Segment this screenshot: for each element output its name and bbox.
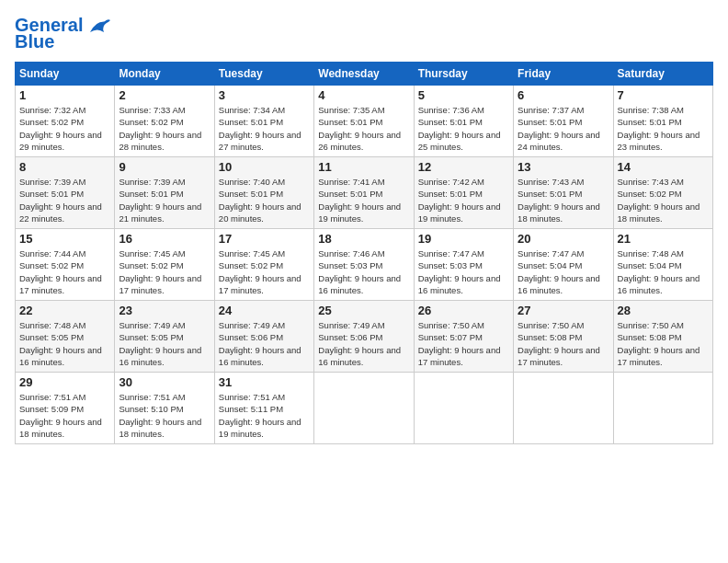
day-number: 24 — [219, 304, 310, 317]
calendar-day-cell: 12 Sunrise: 7:42 AM Sunset: 5:01 PM Dayl… — [414, 157, 513, 229]
day-info: Sunrise: 7:51 AM Sunset: 5:10 PM Dayligh… — [119, 391, 210, 440]
weekday-header-row: SundayMondayTuesdayWednesdayThursdayFrid… — [16, 63, 713, 86]
day-info: Sunrise: 7:40 AM Sunset: 5:01 PM Dayligh… — [219, 176, 310, 224]
day-number: 25 — [318, 304, 409, 317]
day-info: Sunrise: 7:47 AM Sunset: 5:03 PM Dayligh… — [418, 247, 509, 296]
day-info: Sunrise: 7:38 AM Sunset: 5:01 PM Dayligh… — [618, 104, 709, 153]
page-header: General Blue — [15, 15, 713, 52]
calendar-day-cell: 3 Sunrise: 7:34 AM Sunset: 5:01 PM Dayli… — [214, 86, 313, 157]
calendar-day-cell: 14 Sunrise: 7:43 AM Sunset: 5:02 PM Dayl… — [613, 157, 712, 229]
calendar-week-row: 29 Sunrise: 7:51 AM Sunset: 5:09 PM Dayl… — [16, 373, 713, 444]
calendar-day-cell: 28 Sunrise: 7:50 AM Sunset: 5:08 PM Dayl… — [613, 301, 712, 373]
day-info: Sunrise: 7:51 AM Sunset: 5:11 PM Dayligh… — [219, 391, 310, 440]
day-number: 22 — [19, 304, 110, 317]
day-number: 4 — [318, 88, 409, 102]
calendar-day-cell: 19 Sunrise: 7:47 AM Sunset: 5:03 PM Dayl… — [414, 229, 513, 301]
day-number: 12 — [418, 160, 509, 174]
day-number: 1 — [19, 88, 110, 102]
calendar-day-cell: 10 Sunrise: 7:40 AM Sunset: 5:01 PM Dayl… — [214, 157, 313, 229]
day-number: 17 — [219, 232, 310, 246]
day-info: Sunrise: 7:44 AM Sunset: 5:02 PM Dayligh… — [19, 247, 110, 296]
day-number: 14 — [618, 160, 709, 174]
day-number: 6 — [518, 88, 609, 102]
calendar-day-cell: 9 Sunrise: 7:39 AM Sunset: 5:01 PM Dayli… — [115, 157, 214, 229]
day-number: 28 — [618, 304, 709, 317]
weekday-header-monday: Monday — [115, 63, 214, 86]
calendar-day-cell: 15 Sunrise: 7:44 AM Sunset: 5:02 PM Dayl… — [16, 229, 115, 301]
day-info: Sunrise: 7:51 AM Sunset: 5:09 PM Dayligh… — [19, 391, 110, 440]
calendar-day-cell — [314, 373, 414, 444]
day-info: Sunrise: 7:46 AM Sunset: 5:03 PM Dayligh… — [318, 247, 409, 296]
day-number: 2 — [119, 88, 210, 102]
day-number: 26 — [418, 304, 509, 317]
calendar-week-row: 8 Sunrise: 7:39 AM Sunset: 5:01 PM Dayli… — [16, 157, 713, 229]
calendar-day-cell: 22 Sunrise: 7:48 AM Sunset: 5:05 PM Dayl… — [16, 301, 115, 373]
weekday-header-sunday: Sunday — [16, 63, 115, 86]
day-number: 3 — [219, 88, 310, 102]
day-info: Sunrise: 7:43 AM Sunset: 5:01 PM Dayligh… — [518, 176, 609, 224]
calendar-day-cell: 21 Sunrise: 7:48 AM Sunset: 5:04 PM Dayl… — [613, 229, 712, 301]
logo-bird-icon — [88, 18, 110, 35]
day-number: 5 — [418, 88, 509, 102]
weekday-header-tuesday: Tuesday — [214, 63, 313, 86]
calendar-day-cell — [613, 373, 712, 444]
calendar-table: SundayMondayTuesdayWednesdayThursdayFrid… — [15, 62, 713, 444]
day-info: Sunrise: 7:34 AM Sunset: 5:01 PM Dayligh… — [219, 104, 310, 153]
calendar-day-cell: 13 Sunrise: 7:43 AM Sunset: 5:01 PM Dayl… — [514, 157, 613, 229]
calendar-day-cell: 8 Sunrise: 7:39 AM Sunset: 5:01 PM Dayli… — [16, 157, 115, 229]
day-number: 20 — [518, 232, 609, 246]
day-info: Sunrise: 7:50 AM Sunset: 5:08 PM Dayligh… — [518, 319, 609, 368]
day-number: 18 — [318, 232, 409, 246]
weekday-header-friday: Friday — [514, 63, 613, 86]
day-number: 7 — [618, 88, 709, 102]
day-info: Sunrise: 7:45 AM Sunset: 5:02 PM Dayligh… — [119, 247, 210, 296]
day-info: Sunrise: 7:50 AM Sunset: 5:08 PM Dayligh… — [618, 319, 709, 368]
calendar-day-cell — [414, 373, 513, 444]
calendar-day-cell: 2 Sunrise: 7:33 AM Sunset: 5:02 PM Dayli… — [115, 86, 214, 157]
day-info: Sunrise: 7:49 AM Sunset: 5:05 PM Dayligh… — [119, 319, 210, 368]
calendar-day-cell: 25 Sunrise: 7:49 AM Sunset: 5:06 PM Dayl… — [314, 301, 414, 373]
calendar-day-cell: 26 Sunrise: 7:50 AM Sunset: 5:07 PM Dayl… — [414, 301, 513, 373]
calendar-day-cell — [514, 373, 613, 444]
calendar-day-cell: 29 Sunrise: 7:51 AM Sunset: 5:09 PM Dayl… — [16, 373, 115, 444]
page-container: General Blue SundayMondayTuesdayWednesda… — [15, 15, 713, 444]
day-number: 30 — [119, 375, 210, 389]
day-info: Sunrise: 7:48 AM Sunset: 5:04 PM Dayligh… — [618, 247, 709, 296]
day-info: Sunrise: 7:48 AM Sunset: 5:05 PM Dayligh… — [19, 319, 110, 368]
calendar-day-cell: 7 Sunrise: 7:38 AM Sunset: 5:01 PM Dayli… — [613, 86, 712, 157]
calendar-day-cell: 16 Sunrise: 7:45 AM Sunset: 5:02 PM Dayl… — [115, 229, 214, 301]
day-info: Sunrise: 7:37 AM Sunset: 5:01 PM Dayligh… — [518, 104, 609, 153]
day-info: Sunrise: 7:33 AM Sunset: 5:02 PM Dayligh… — [119, 104, 210, 153]
weekday-header-saturday: Saturday — [613, 63, 712, 86]
calendar-day-cell: 27 Sunrise: 7:50 AM Sunset: 5:08 PM Dayl… — [514, 301, 613, 373]
day-number: 19 — [418, 232, 509, 246]
calendar-day-cell: 4 Sunrise: 7:35 AM Sunset: 5:01 PM Dayli… — [314, 86, 414, 157]
day-info: Sunrise: 7:43 AM Sunset: 5:02 PM Dayligh… — [618, 176, 709, 224]
calendar-week-row: 1 Sunrise: 7:32 AM Sunset: 5:02 PM Dayli… — [16, 86, 713, 157]
day-info: Sunrise: 7:35 AM Sunset: 5:01 PM Dayligh… — [318, 104, 409, 153]
calendar-day-cell: 24 Sunrise: 7:49 AM Sunset: 5:06 PM Dayl… — [214, 301, 313, 373]
calendar-week-row: 22 Sunrise: 7:48 AM Sunset: 5:05 PM Dayl… — [16, 301, 713, 373]
day-info: Sunrise: 7:39 AM Sunset: 5:01 PM Dayligh… — [119, 176, 210, 224]
logo-brand: General Blue — [15, 15, 110, 52]
day-number: 27 — [518, 304, 609, 317]
day-info: Sunrise: 7:50 AM Sunset: 5:07 PM Dayligh… — [418, 319, 509, 368]
calendar-day-cell: 5 Sunrise: 7:36 AM Sunset: 5:01 PM Dayli… — [414, 86, 513, 157]
calendar-day-cell: 11 Sunrise: 7:41 AM Sunset: 5:01 PM Dayl… — [314, 157, 414, 229]
day-info: Sunrise: 7:32 AM Sunset: 5:02 PM Dayligh… — [19, 104, 110, 153]
day-number: 10 — [219, 160, 310, 174]
weekday-header-wednesday: Wednesday — [314, 63, 414, 86]
day-number: 15 — [19, 232, 110, 246]
day-number: 29 — [19, 375, 110, 389]
calendar-day-cell: 17 Sunrise: 7:45 AM Sunset: 5:02 PM Dayl… — [214, 229, 313, 301]
day-info: Sunrise: 7:42 AM Sunset: 5:01 PM Dayligh… — [418, 176, 509, 224]
day-info: Sunrise: 7:47 AM Sunset: 5:04 PM Dayligh… — [518, 247, 609, 296]
calendar-day-cell: 18 Sunrise: 7:46 AM Sunset: 5:03 PM Dayl… — [314, 229, 414, 301]
calendar-day-cell: 23 Sunrise: 7:49 AM Sunset: 5:05 PM Dayl… — [115, 301, 214, 373]
day-number: 13 — [518, 160, 609, 174]
day-number: 31 — [219, 375, 310, 389]
day-info: Sunrise: 7:41 AM Sunset: 5:01 PM Dayligh… — [318, 176, 409, 224]
calendar-week-row: 15 Sunrise: 7:44 AM Sunset: 5:02 PM Dayl… — [16, 229, 713, 301]
logo: General Blue — [15, 15, 110, 52]
day-info: Sunrise: 7:49 AM Sunset: 5:06 PM Dayligh… — [318, 319, 409, 368]
